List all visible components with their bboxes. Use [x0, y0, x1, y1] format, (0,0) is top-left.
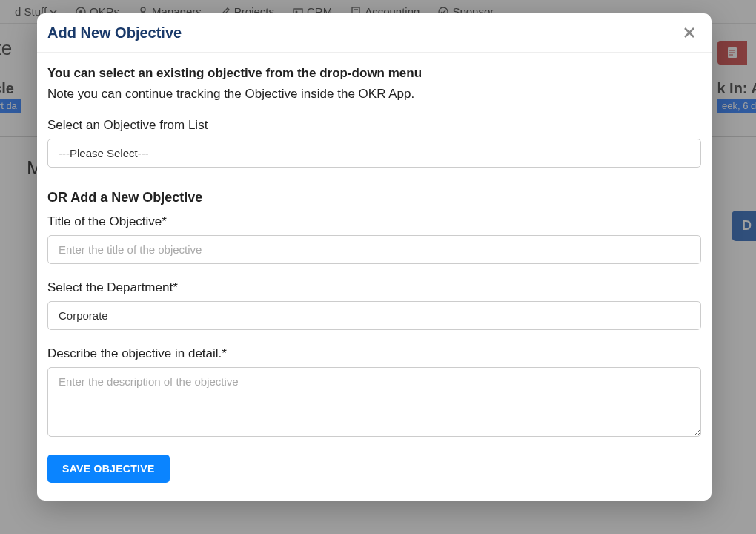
- note-text: Note you can continue tracking the Objec…: [47, 87, 701, 102]
- objective-description-textarea[interactable]: [47, 367, 701, 437]
- modal-title: Add New Objective: [47, 24, 182, 42]
- title-label: Title of the Objective*: [47, 214, 701, 229]
- department-select[interactable]: Corporate: [47, 301, 701, 330]
- description-label: Describe the objective in detail.*: [47, 346, 701, 361]
- close-icon: [682, 25, 697, 40]
- or-add-heading: OR Add a New Objective: [47, 190, 701, 205]
- existing-objective-heading: You can select an existing objective fro…: [47, 66, 701, 81]
- select-objective-label: Select an Objective from List: [47, 118, 701, 133]
- objective-title-input[interactable]: [47, 235, 701, 264]
- modal-body: You can select an existing objective fro…: [37, 53, 712, 501]
- add-objective-modal: Add New Objective You can select an exis…: [37, 13, 712, 501]
- modal-header: Add New Objective: [37, 13, 712, 53]
- department-label: Select the Department*: [47, 280, 701, 295]
- save-objective-button[interactable]: SAVE OBJECTIVE: [47, 455, 170, 483]
- close-button[interactable]: [680, 24, 698, 42]
- objective-select[interactable]: ---Please Select---: [47, 139, 701, 168]
